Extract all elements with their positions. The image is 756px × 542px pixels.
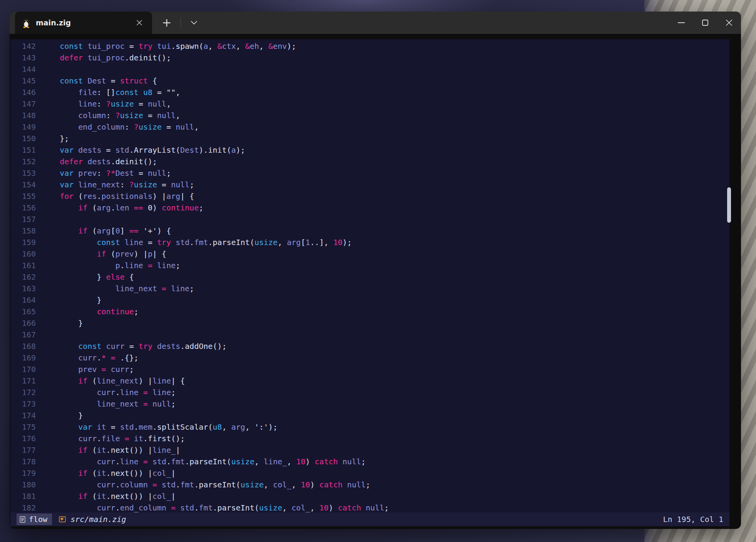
code-text: const tui_proc = try tui.spawn(a, &ctx, …: [36, 40, 296, 52]
line-number: 143: [10, 52, 36, 63]
line-number: 182: [10, 502, 36, 512]
code-area[interactable]: 142 const tui_proc = try tui.spawn(a, &c…: [10, 39, 729, 512]
code-line[interactable]: 159 const line = try std.fmt.parseInt(us…: [10, 237, 729, 248]
code-text: curr.file = it.first();: [36, 433, 185, 444]
code-line[interactable]: 178 curr.line = std.fmt.parseInt(usize, …: [10, 456, 729, 467]
code-line[interactable]: 146 file: []const u8 = "",: [10, 87, 729, 98]
code-line[interactable]: 172 curr.line = line;: [10, 387, 729, 398]
line-number: 169: [10, 352, 36, 364]
code-line[interactable]: 166 }: [10, 317, 729, 329]
code-line[interactable]: 158 if (arg[0] == '+') {: [10, 225, 729, 237]
code-text: var line_next: ?usize = null;: [36, 179, 194, 190]
code-line[interactable]: 165 continue;: [10, 306, 729, 317]
tab-main-zig[interactable]: main.zig: [15, 12, 152, 34]
code-text: defer tui_proc.deinit();: [36, 52, 171, 63]
new-tab-button[interactable]: +: [158, 15, 175, 30]
tab-close-button[interactable]: [134, 17, 145, 28]
code-line[interactable]: 157: [10, 213, 729, 225]
code-text: p.line = line;: [36, 260, 180, 271]
code-text: line_next = line;: [36, 283, 194, 294]
code-line[interactable]: 177 if (it.next()) |line_|: [10, 444, 729, 456]
mode-badge[interactable]: flow: [17, 514, 52, 525]
code-text: curr.column = std.fmt.parseInt(usize, co…: [36, 479, 370, 490]
code-line[interactable]: 169 curr.* = .{};: [10, 352, 729, 364]
close-window-button[interactable]: [717, 12, 741, 34]
code-text: };: [36, 133, 69, 144]
line-number: 167: [10, 329, 36, 340]
file-path: src/main.zig: [70, 515, 126, 524]
code-line[interactable]: 179 if (it.next()) |col_|: [10, 467, 729, 479]
code-line[interactable]: 156 if (arg.len == 0) continue;: [10, 202, 729, 213]
maximize-button[interactable]: [693, 12, 717, 34]
status-bar: flow src/main.zig Ln 195, Col 1: [10, 512, 729, 526]
line-number: 163: [10, 283, 36, 294]
code-line[interactable]: 163 line_next = line;: [10, 283, 729, 294]
code-line[interactable]: 161 p.line = line;: [10, 260, 729, 271]
code-line[interactable]: 149 end_column: ?usize = null,: [10, 121, 729, 133]
code-text: if (it.next()) |col_|: [36, 490, 176, 502]
code-line[interactable]: 147 line: ?usize = null,: [10, 98, 729, 110]
code-line[interactable]: 154 var line_next: ?usize = null;: [10, 179, 729, 190]
zig-lightning-icon: [59, 516, 66, 523]
code-line[interactable]: 150 };: [10, 133, 729, 144]
code-text: if (prev) |p| {: [36, 248, 166, 260]
line-number: 168: [10, 340, 36, 352]
code-line[interactable]: 174 }: [10, 410, 729, 421]
code-line[interactable]: 155 for (res.positionals) |arg| {: [10, 190, 729, 202]
code-text: var prev: ?*Dest = null;: [36, 167, 171, 179]
line-number: 146: [10, 87, 36, 98]
code-line[interactable]: 170 prev = curr;: [10, 364, 729, 375]
code-text: const curr = try dests.addOne();: [36, 340, 227, 352]
line-number: 150: [10, 133, 36, 144]
vertical-scrollbar-thumb[interactable]: [727, 187, 731, 223]
line-number: 173: [10, 398, 36, 410]
code-line[interactable]: 160 if (prev) |p| {: [10, 248, 729, 260]
code-line[interactable]: 153 var prev: ?*Dest = null;: [10, 167, 729, 179]
code-line[interactable]: 171 if (line_next) |line| {: [10, 375, 729, 387]
line-number: 170: [10, 364, 36, 375]
code-text: prev = curr;: [36, 364, 134, 375]
titlebar[interactable]: main.zig +: [10, 12, 741, 34]
code-line[interactable]: 142 const tui_proc = try tui.spawn(a, &c…: [10, 40, 729, 52]
code-text: file: []const u8 = "",: [36, 87, 180, 98]
line-number: 179: [10, 467, 36, 479]
code-line[interactable]: 162 } else {: [10, 271, 729, 283]
line-number: 176: [10, 433, 36, 444]
minimize-button[interactable]: [669, 12, 693, 34]
line-number: 154: [10, 179, 36, 190]
code-line[interactable]: 182 curr.end_column = std.fmt.parseInt(u…: [10, 502, 729, 512]
line-number: 145: [10, 75, 36, 87]
code-line[interactable]: 175 var it = std.mem.splitScalar(u8, arg…: [10, 421, 729, 433]
line-number: 156: [10, 202, 36, 213]
cursor-position: Ln 195, Col 1: [663, 515, 723, 524]
code-line[interactable]: 168 const curr = try dests.addOne();: [10, 340, 729, 352]
file-indicator[interactable]: src/main.zig: [59, 515, 126, 524]
line-number: 157: [10, 213, 36, 225]
code-text: curr.line = std.fmt.parseInt(usize, line…: [36, 456, 366, 467]
code-text: if (line_next) |line| {: [36, 375, 185, 387]
line-number: 159: [10, 237, 36, 248]
code-text: continue;: [36, 306, 139, 317]
code-line[interactable]: 167: [10, 329, 729, 340]
code-text: }: [36, 410, 83, 421]
code-line[interactable]: 145 const Dest = struct {: [10, 75, 729, 87]
code-line[interactable]: 143 defer tui_proc.deinit();: [10, 52, 729, 63]
code-line[interactable]: 148 column: ?usize = null,: [10, 110, 729, 121]
code-line[interactable]: 180 curr.column = std.fmt.parseInt(usize…: [10, 479, 729, 490]
code-line[interactable]: 152 defer dests.deinit();: [10, 156, 729, 167]
code-line[interactable]: 181 if (it.next()) |col_|: [10, 490, 729, 502]
window-controls: [669, 12, 741, 34]
line-number: 147: [10, 98, 36, 110]
code-line[interactable]: 164 }: [10, 294, 729, 306]
code-text: [36, 329, 41, 340]
code-text: }: [36, 317, 83, 329]
code-line[interactable]: 173 line_next = null;: [10, 398, 729, 410]
tab-list-chevron-button[interactable]: [186, 15, 202, 30]
code-line[interactable]: 151 var dests = std.ArrayList(Dest).init…: [10, 144, 729, 156]
line-number: 142: [10, 40, 36, 52]
code-line[interactable]: 176 curr.file = it.first();: [10, 433, 729, 444]
code-text: [36, 213, 41, 225]
line-number: 174: [10, 410, 36, 421]
code-line[interactable]: 144: [10, 63, 729, 75]
line-number: 158: [10, 225, 36, 237]
